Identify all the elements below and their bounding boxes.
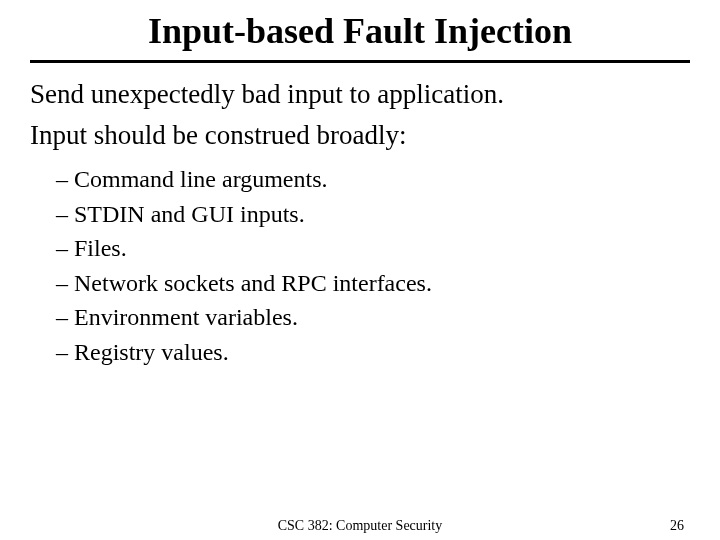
- slide-title: Input-based Fault Injection: [30, 0, 690, 60]
- title-rule: [30, 60, 690, 63]
- slide: Input-based Fault Injection Send unexpec…: [0, 0, 720, 540]
- bullet-item: Command line arguments.: [56, 162, 690, 197]
- bullet-text: Files.: [74, 235, 127, 261]
- bullet-text: Registry values.: [74, 339, 229, 365]
- bullet-item: Network sockets and RPC interfaces.: [56, 266, 690, 301]
- bullet-text: STDIN and GUI inputs.: [74, 201, 305, 227]
- bullet-item: STDIN and GUI inputs.: [56, 197, 690, 232]
- bullet-list: Command line arguments. STDIN and GUI in…: [56, 162, 690, 369]
- intro-line-1: Send unexpectedly bad input to applicati…: [30, 77, 690, 112]
- slide-body: Send unexpectedly bad input to applicati…: [30, 77, 690, 369]
- bullet-item: Registry values.: [56, 335, 690, 370]
- bullet-item: Environment variables.: [56, 300, 690, 335]
- intro-line-2: Input should be construed broadly:: [30, 118, 690, 153]
- bullet-item: Files.: [56, 231, 690, 266]
- bullet-text: Environment variables.: [74, 304, 298, 330]
- bullet-text: Network sockets and RPC interfaces.: [74, 270, 432, 296]
- bullet-text: Command line arguments.: [74, 166, 328, 192]
- footer-course: CSC 382: Computer Security: [0, 518, 720, 534]
- footer-page-number: 26: [670, 518, 684, 534]
